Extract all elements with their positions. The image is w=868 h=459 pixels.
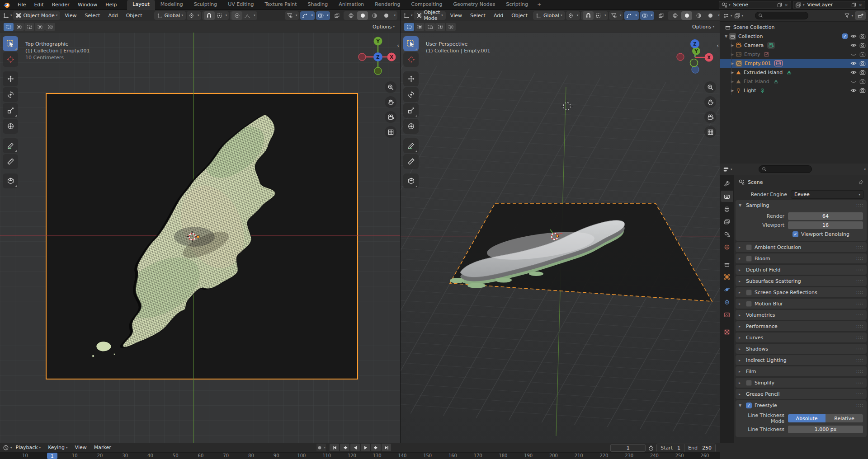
select-intersect-mode[interactable] xyxy=(45,23,55,31)
viewport-user-perspective[interactable]: X Y Z ▾ Object Mode▾ View Select Add Obj… xyxy=(400,10,720,443)
outliner-filter-icon[interactable]: ▾ xyxy=(844,13,853,19)
menu-view[interactable]: View xyxy=(61,13,80,19)
tab-scene[interactable] xyxy=(721,229,733,240)
tab-geometry-nodes[interactable]: Geometry Nodes xyxy=(448,0,500,10)
tool-annotate[interactable] xyxy=(3,138,18,153)
menu-keying[interactable]: Keying▾ xyxy=(44,445,71,450)
zoom-icon[interactable] xyxy=(385,81,396,93)
viewport-denoising-checkbox[interactable]: ✓ xyxy=(793,231,798,237)
pin-icon[interactable] xyxy=(858,179,864,185)
axis-y-negative[interactable] xyxy=(374,67,382,75)
unlink-scene-icon[interactable]: × xyxy=(783,3,789,7)
menu-object[interactable]: Object xyxy=(123,13,146,19)
xray-toggle[interactable] xyxy=(331,11,342,20)
outliner-row-flat-island[interactable]: ▶ Flat Island xyxy=(720,77,868,86)
shading-material[interactable] xyxy=(693,11,704,20)
outliner-row-empty[interactable]: ▶ Empty xyxy=(720,50,868,59)
outliner-row-collection[interactable]: ▼ Collection ✓ xyxy=(720,32,868,41)
outliner-row-camera[interactable]: ▶ Camera xyxy=(720,41,868,50)
render-visibility-icon[interactable] xyxy=(859,42,866,48)
outliner-editor-type-icon[interactable]: ▾ xyxy=(723,13,732,19)
tool-scale[interactable] xyxy=(3,103,18,118)
tab-scripting[interactable]: Scripting xyxy=(500,0,533,10)
tab-rendering[interactable]: Rendering xyxy=(369,0,406,10)
jump-to-end-button[interactable] xyxy=(382,444,391,451)
panel-sampling-header[interactable]: ▼Sampling:::: xyxy=(736,200,867,210)
select-invert-mode[interactable] xyxy=(35,23,45,31)
select-extend-mode[interactable] xyxy=(415,23,425,31)
hide-eye-closed-icon[interactable] xyxy=(850,51,857,57)
shading-solid[interactable] xyxy=(357,11,368,20)
panel-checkbox[interactable] xyxy=(746,244,752,250)
gizmos-toggle[interactable]: ▾ xyxy=(624,11,639,20)
tab-object-data[interactable] xyxy=(721,309,733,320)
snap-toggle[interactable] xyxy=(583,11,594,20)
snap-target-icon[interactable] xyxy=(217,13,222,19)
outliner-row-extruded-island[interactable]: ▶ Extruded Island xyxy=(720,68,868,77)
overlays-toggle[interactable]: ▾ xyxy=(316,11,330,20)
tab-object[interactable] xyxy=(721,271,733,282)
disclosure-triangle[interactable]: ▶ xyxy=(729,89,736,93)
hide-eye-closed-icon[interactable] xyxy=(850,78,857,84)
camera-view-icon[interactable] xyxy=(385,111,396,123)
preview-range-stopwatch-icon[interactable] xyxy=(648,445,654,451)
start-frame-field[interactable]: Start1 xyxy=(657,444,684,452)
outliner-display-mode-icon[interactable]: ▾ xyxy=(734,13,744,19)
prev-keyframe-button[interactable] xyxy=(340,444,349,451)
shading-material[interactable] xyxy=(369,11,380,20)
panel-freestyle-header[interactable]: ▼✓ Freestyle:::: xyxy=(736,400,867,410)
hide-eye-icon[interactable] xyxy=(850,42,857,48)
shading-wireframe[interactable] xyxy=(670,11,680,20)
tool-move[interactable] xyxy=(3,71,18,86)
scene-selector[interactable]: ▾ Scene × xyxy=(719,1,791,9)
disclosure-triangle[interactable]: ▶ xyxy=(729,70,736,75)
menu-add[interactable]: Add xyxy=(104,13,121,19)
editor-type-icon[interactable]: ▾ xyxy=(3,12,12,19)
object-origin[interactable] xyxy=(197,235,199,238)
render-visibility-icon[interactable] xyxy=(859,33,866,39)
menu-file[interactable]: File xyxy=(14,2,30,8)
tool-rotate[interactable] xyxy=(403,87,419,102)
select-extend-mode[interactable] xyxy=(14,23,24,31)
sidebar-collapse-arrow[interactable]: ‹ xyxy=(717,42,719,49)
tool-transform[interactable] xyxy=(403,119,419,134)
properties-editor-type-icon[interactable]: ▾ xyxy=(723,166,732,173)
menu-select[interactable]: Select xyxy=(467,13,489,19)
tool-rotate[interactable] xyxy=(3,87,18,102)
blender-logo-icon[interactable] xyxy=(0,1,14,9)
hide-eye-icon[interactable] xyxy=(850,33,857,39)
hide-eye-icon[interactable] xyxy=(850,87,857,94)
end-frame-field[interactable]: End250 xyxy=(684,444,715,452)
tool-cursor[interactable] xyxy=(3,52,18,67)
tab-output[interactable] xyxy=(721,203,733,215)
menu-edit[interactable]: Edit xyxy=(30,2,47,8)
snap-toggle[interactable] xyxy=(204,11,215,20)
auto-keying-button[interactable]: ▾ xyxy=(316,444,326,451)
viewport-top-orthographic[interactable]: Y X Z ▾ Object Mode▾ View Select Add Obj… xyxy=(0,10,400,443)
transform-orientation-dropdown[interactable]: Global▾ xyxy=(154,11,186,20)
disclosure-triangle[interactable]: ▶ xyxy=(729,52,736,56)
freestyle-checkbox[interactable]: ✓ xyxy=(746,403,752,408)
tool-annotate[interactable] xyxy=(403,138,419,153)
camera-view-icon[interactable] xyxy=(704,111,716,123)
visibility-filter-dropdown[interactable]: ▾ xyxy=(609,11,623,20)
tab-render[interactable] xyxy=(721,191,733,202)
select-intersect-mode[interactable] xyxy=(446,23,456,31)
pan-hand-icon[interactable] xyxy=(704,96,716,108)
shading-rendered[interactable] xyxy=(705,11,716,20)
tab-layout[interactable]: Layout xyxy=(127,0,155,10)
menu-marker[interactable]: Marker xyxy=(90,445,115,450)
tab-texture-paint[interactable]: Texture Paint xyxy=(259,0,302,10)
sidebar-collapse-arrow[interactable]: ‹ xyxy=(397,42,399,49)
menu-help[interactable]: Help xyxy=(101,2,121,8)
outliner-row-light[interactable]: ▶ Light xyxy=(720,86,868,95)
tool-add-cube[interactable] xyxy=(403,173,419,188)
panel-checkbox[interactable] xyxy=(746,290,752,295)
menu-view-tl[interactable]: View xyxy=(71,445,90,450)
select-set-mode[interactable] xyxy=(4,23,14,31)
render-disabled-icon[interactable] xyxy=(859,51,866,57)
falloff-icon[interactable] xyxy=(244,13,250,19)
viewlayer-selector[interactable]: ▾ ViewLayer × xyxy=(793,1,865,9)
mode-dropdown[interactable]: Object Mode▾ xyxy=(13,11,61,20)
tool-select-box[interactable] xyxy=(3,36,18,51)
